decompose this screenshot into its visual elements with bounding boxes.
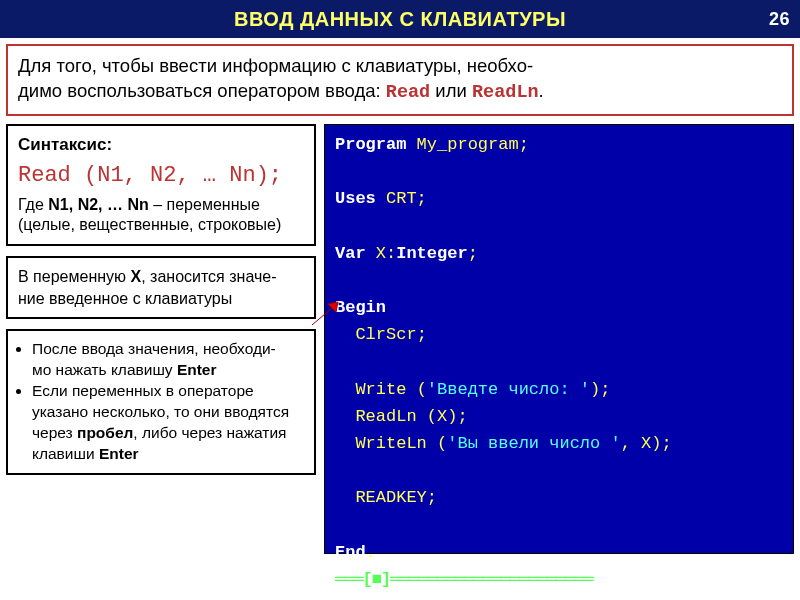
kw-end: End bbox=[335, 543, 366, 562]
intro-tail: . bbox=[539, 80, 544, 101]
page-title: ВВОД ДАННЫХ С КЛАВИАТУРЫ bbox=[234, 8, 566, 31]
li2d: Enter bbox=[99, 445, 139, 462]
code-readln: ReadLn bbox=[335, 407, 427, 426]
code-text: . bbox=[366, 543, 376, 562]
kw-uses: Uses bbox=[335, 189, 376, 208]
code-text: ( bbox=[437, 434, 447, 453]
kw-program: Program bbox=[335, 135, 406, 154]
code-writeln: WriteLn bbox=[335, 434, 437, 453]
code-text: ); bbox=[590, 380, 610, 399]
intro-mid: или bbox=[430, 80, 472, 101]
syntax-where-c: – переменные bbox=[149, 196, 260, 213]
code-text: My_program; bbox=[406, 135, 528, 154]
syntax-title: Синтаксис: bbox=[18, 135, 112, 154]
code-text: ; bbox=[427, 488, 437, 507]
code-string: 'Вы ввели число ' bbox=[447, 434, 620, 453]
code-write: Write bbox=[335, 380, 417, 399]
syntax-where-a: Где bbox=[18, 196, 48, 213]
arrow-icon bbox=[310, 300, 340, 330]
code-text: ; bbox=[417, 325, 427, 344]
intro-line1: Для того, чтобы ввести информацию с клав… bbox=[18, 55, 533, 76]
code-clrscr: ClrScr bbox=[335, 325, 417, 344]
intro-line2a: димо воспользоваться оператором ввода: bbox=[18, 80, 386, 101]
code-text: X: bbox=[366, 244, 397, 263]
box2-c: , заносится значе- bbox=[141, 268, 276, 285]
code-string: 'Введте число: ' bbox=[427, 380, 590, 399]
code-readkey: READKEY bbox=[335, 488, 427, 507]
code-text: ( bbox=[417, 380, 427, 399]
kw-integer: Integer bbox=[396, 244, 467, 263]
syntax-where-b: N1, N2, … Nn bbox=[48, 196, 148, 213]
code-text: CRT; bbox=[376, 189, 427, 208]
list-item: Если переменных в операторе указано неск… bbox=[32, 381, 304, 465]
list-item: После ввода значения, необходи- мо нажат… bbox=[32, 339, 304, 381]
syntax-code: Read (N1, N2, … Nn); bbox=[18, 161, 304, 191]
syntax-where-d: (целые, вещественные, строковые) bbox=[18, 216, 281, 233]
li1b: мо нажать клавишу bbox=[32, 361, 177, 378]
kw-var: Var bbox=[335, 244, 366, 263]
code-text: (X); bbox=[427, 407, 468, 426]
box2-b: Х bbox=[131, 268, 142, 285]
code-text: , X); bbox=[621, 434, 672, 453]
li1a: После ввода значения, необходи- bbox=[32, 340, 276, 357]
box2-a: В переменную bbox=[18, 268, 131, 285]
title-bar: ВВОД ДАННЫХ С КЛАВИАТУРЫ 26 bbox=[0, 0, 800, 38]
notes-box: После ввода значения, необходи- мо нажат… bbox=[6, 329, 316, 475]
li1c: Enter bbox=[177, 361, 217, 378]
page-number: 26 bbox=[769, 9, 790, 30]
ide-window: Program My_program; Uses CRT; Var X:Inte… bbox=[324, 124, 794, 554]
code-text: ; bbox=[468, 244, 478, 263]
intro-box: Для того, чтобы ввести информацию с клав… bbox=[6, 44, 794, 116]
li2b: пробел bbox=[77, 424, 133, 441]
kw-begin: Begin bbox=[335, 298, 386, 317]
kw-readln: ReadLn bbox=[472, 82, 539, 103]
syntax-box: Синтаксис: Read (N1, N2, … Nn); Где N1, … bbox=[6, 124, 316, 246]
var-box: В переменную Х, заносится значе- ние вве… bbox=[6, 256, 316, 319]
kw-read: Read bbox=[386, 82, 430, 103]
box2-d: ние введенное с клавиатуры bbox=[18, 290, 232, 307]
ide-divider-left: ═══[■]══════════════════════ bbox=[335, 570, 593, 589]
